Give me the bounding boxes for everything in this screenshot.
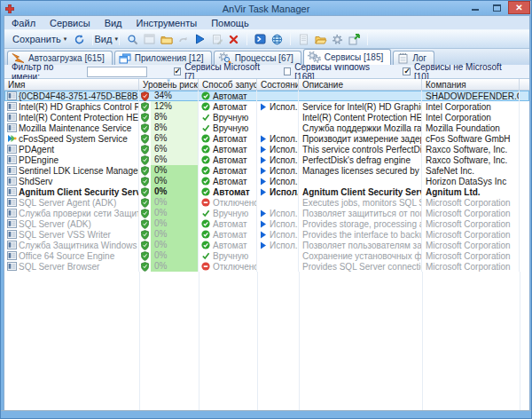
description-cell: Provides the interface to backup/restor.… (299, 229, 422, 240)
service-name: PDEngine (19, 155, 59, 165)
service-name: Служба Защитника Windows (19, 241, 137, 250)
state-cell: Испол... (257, 186, 299, 197)
search-icon[interactable] (126, 33, 139, 46)
console-icon[interactable] (254, 33, 267, 46)
state-cell (257, 250, 299, 261)
menu-item-5[interactable]: Помощь (211, 18, 249, 28)
risk-value: 0% (151, 197, 198, 208)
table-row[interactable]: {0CBD4F48-3751-475D-BE8B-4F271385B6...34… (4, 91, 529, 101)
startup-label: Автомат (213, 102, 247, 112)
table-row[interactable]: cFosSpeed System Service6%АвтоматИспол..… (4, 133, 529, 144)
startup-gear-icon[interactable] (331, 33, 344, 46)
checkbox-icon[interactable] (284, 67, 292, 75)
state-cell (257, 112, 299, 123)
running-icon (260, 241, 267, 249)
services-table: Имя▼Уровень рискаСпособ запускаСостояние… (4, 79, 529, 412)
startup-type-cell: Вручную (199, 123, 257, 133)
services-icon (308, 51, 321, 63)
folder-icon[interactable] (160, 33, 173, 46)
service-name-cell: ShdServ (4, 176, 139, 186)
menu-item-4[interactable]: Инструменты (137, 18, 198, 28)
table-row[interactable]: SQL Server Browser0%ОтключеноProvides SQ… (4, 261, 529, 272)
table-row[interactable]: PDEngine6%АвтоматИспол...PerfectDisk's d… (4, 154, 529, 165)
table-row[interactable]: Intel(R) HD Graphics Control Panel Servi… (4, 101, 529, 112)
risk-shield-red-icon (141, 91, 149, 101)
startup-type-cell: Автомат (199, 91, 257, 101)
service-icon (7, 262, 17, 271)
delete-icon[interactable] (227, 33, 240, 46)
service-name: SQL Server Browser (19, 262, 99, 272)
company-cell: Raxco Software, Inc. (422, 144, 520, 154)
menu-item-3[interactable]: Вид (105, 18, 122, 28)
startup-label: Автомат (213, 230, 247, 240)
startup-type-cell: Отключено (199, 197, 257, 208)
startup-type-cell: Автомат (199, 186, 257, 197)
description-cell: Agnitum Client Security Service являет..… (299, 186, 422, 197)
table-row[interactable]: ShdServ0%АвтоматИспол...Horizon DataSys … (4, 176, 529, 186)
checkbox-icon[interactable] (174, 67, 182, 75)
company-cell: Microsoft Corporation (422, 208, 520, 218)
company-cell: Microsoft Corporation (422, 229, 520, 240)
refresh-icon[interactable] (73, 33, 86, 46)
risk-value: 12% (151, 101, 198, 112)
risk-level-cell: 0% (139, 218, 199, 229)
state-label: Испол... (270, 219, 299, 229)
startup-label: Автомат (213, 91, 247, 101)
table-row[interactable]: Служба Защитника Windows0%АвтоматИспол..… (4, 240, 529, 250)
risk-shield-green-icon (141, 219, 149, 229)
column-header-2[interactable]: ▼Уровень риска (139, 79, 199, 90)
maximize-button[interactable] (486, 1, 508, 14)
table-row[interactable]: Mozilla Maintenance Service8%ВручнуюСлуж… (4, 123, 529, 133)
table-row[interactable]: SQL Server (ADK)0%АвтоматИспол...Provide… (4, 218, 529, 229)
service-icon (7, 102, 17, 111)
view-menu-icon[interactable]: Вид▾ (99, 33, 113, 46)
service-name: Agnitum Client Security Service (19, 187, 139, 197)
tweaker-icon[interactable] (348, 33, 361, 46)
table-row[interactable]: SQL Server VSS Writer0%АвтоматИспол...Pr… (4, 229, 529, 240)
minimize-button[interactable] (464, 1, 486, 14)
table-row[interactable]: Sentinel LDK License Manager0%АвтоматИсп… (4, 165, 529, 176)
column-header-5[interactable]: Описание (299, 79, 422, 90)
tab-label: Сервисы [185] (325, 52, 383, 62)
company-cell: Microsoft Corporation (422, 240, 520, 250)
menu-item-1[interactable]: Файл (12, 18, 35, 28)
internet-icon[interactable] (270, 33, 284, 46)
table-row[interactable]: Agnitum Client Security Service0%Автомат… (4, 186, 529, 197)
menu-item-2[interactable]: Сервисы (50, 18, 90, 28)
column-header-6[interactable]: Компания (422, 79, 520, 90)
table-row[interactable]: Office 64 Source Engine0%ВручнуюСохранен… (4, 250, 529, 261)
startup-type-cell: Автомат (199, 101, 257, 112)
column-header-4[interactable]: Состояние (257, 79, 299, 90)
service-name: PDAgent (19, 145, 54, 154)
table-row[interactable]: SQL Server Agent (ADK)0%ОтключеноExecute… (4, 197, 529, 208)
startup-manual-icon (201, 209, 210, 217)
column-header-1[interactable]: Имя (4, 79, 139, 90)
risk-value: 0% (151, 261, 198, 272)
service-icon (7, 123, 17, 132)
service-name-cell: PDEngine (4, 154, 139, 165)
report-icon (297, 33, 310, 46)
open-folder-icon[interactable] (314, 33, 327, 46)
column-header-3[interactable]: Способ запуска (199, 79, 257, 90)
window-frame-bottom (1, 410, 531, 418)
checkbox-icon[interactable] (403, 67, 411, 75)
startup-type-cell: Автомат (199, 154, 257, 165)
company-cell: Intel Corporation (422, 101, 520, 112)
close-button[interactable]: ✕ (508, 1, 530, 14)
table-row[interactable]: Intel(R) Content Protection HECI Service… (4, 112, 529, 123)
state-cell: Испол... (257, 229, 299, 240)
save-button[interactable]: Сохранить▾ (10, 33, 69, 45)
table-row[interactable]: Служба проверки сети Защитника Win...0%В… (4, 208, 529, 218)
startup-auto-icon (201, 91, 210, 100)
startup-label: Вручную (213, 123, 248, 133)
tab-сервисы[interactable]: Сервисы [185] (303, 49, 391, 65)
start-service-icon[interactable] (193, 33, 207, 46)
startup-label: Автомат (213, 134, 247, 144)
table-row[interactable]: PDAgent6%АвтоматИспол...This service con… (4, 144, 529, 154)
table-empty-area (4, 272, 529, 412)
filter-input[interactable] (87, 67, 147, 77)
state-cell: Испол... (257, 165, 299, 176)
running-icon (260, 231, 267, 239)
startup-auto-icon (201, 166, 210, 175)
risk-level-cell: 0% (139, 240, 199, 250)
